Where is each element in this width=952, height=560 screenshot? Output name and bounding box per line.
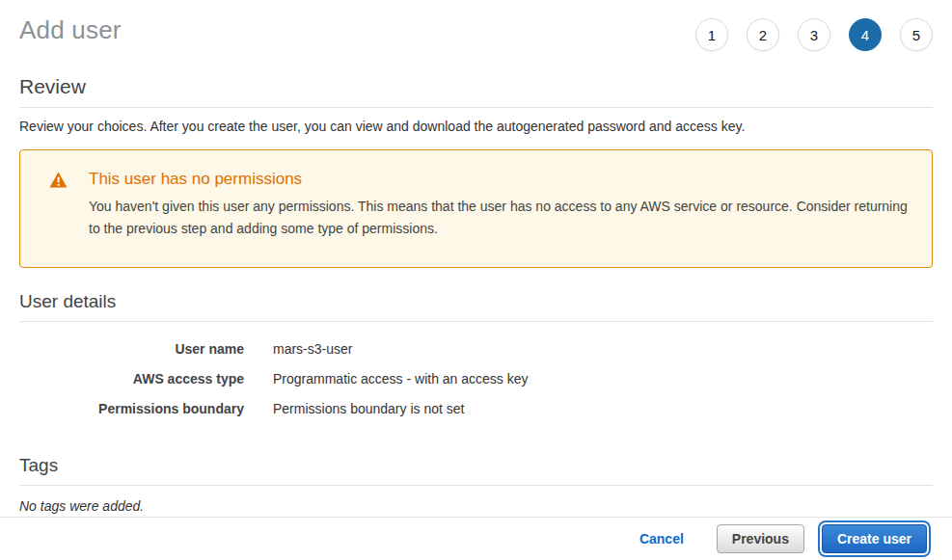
warning-body: You haven't given this user any permissi… — [89, 196, 909, 240]
review-heading: Review — [19, 75, 933, 108]
access-type-row: AWS access type Programmatic access - wi… — [19, 364, 933, 394]
no-permissions-warning-box: This user has no permissions You haven't… — [19, 149, 933, 268]
step-indicator-4-active: 4 — [849, 18, 882, 51]
previous-button[interactable]: Previous — [717, 524, 804, 553]
cancel-link[interactable]: Cancel — [639, 531, 684, 547]
wizard-footer: Cancel Previous Create user — [0, 517, 952, 560]
permissions-boundary-row: Permissions boundary Permissions boundar… — [19, 394, 933, 424]
wizard-step-indicator: 1 2 3 4 5 — [695, 18, 933, 51]
permissions-boundary-value: Permissions boundary is not set — [273, 401, 464, 416]
warning-title: This user has no permissions — [89, 170, 909, 189]
warning-content: This user has no permissions You haven't… — [89, 170, 909, 240]
user-details-section: User details User name mars-s3-user AWS … — [19, 291, 933, 424]
warning-triangle-icon — [49, 172, 68, 192]
user-name-value: mars-s3-user — [273, 341, 352, 357]
review-section: Review Review your choices. After you cr… — [19, 75, 933, 134]
review-description: Review your choices. After you create th… — [19, 119, 933, 134]
page-title: Add user — [19, 15, 122, 45]
create-user-button[interactable]: Create user — [822, 524, 927, 553]
user-details-heading: User details — [19, 291, 933, 322]
tags-section: Tags No tags were added. — [19, 455, 933, 514]
user-name-label: User name — [19, 341, 244, 357]
tags-heading: Tags — [19, 455, 933, 486]
user-name-row: User name mars-s3-user — [19, 334, 933, 364]
access-type-label: AWS access type — [19, 371, 244, 387]
page-header: Add user 1 2 3 4 5 — [0, 0, 952, 51]
access-type-value: Programmatic access - with an access key — [273, 371, 529, 387]
step-indicator-5: 5 — [900, 18, 933, 51]
user-details-rows: User name mars-s3-user AWS access type P… — [19, 334, 933, 424]
permissions-boundary-label: Permissions boundary — [19, 401, 244, 416]
step-indicator-1: 1 — [695, 18, 728, 51]
step-indicator-2: 2 — [747, 18, 779, 51]
step-indicator-3: 3 — [798, 18, 830, 51]
tags-empty-message: No tags were added. — [19, 498, 933, 514]
